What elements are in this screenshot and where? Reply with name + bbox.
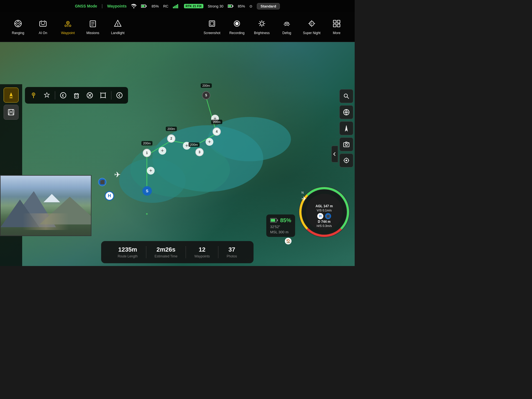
add-waypoint-btn[interactable] <box>27 89 40 102</box>
status-separator: | <box>102 4 103 9</box>
route-length-label: Route Length <box>118 254 138 258</box>
svg-point-99 <box>345 144 347 146</box>
wp-add-34[interactable]: + <box>206 138 213 146</box>
radio-icon: ⊙ <box>249 4 252 8</box>
camera-settings-btn[interactable] <box>339 137 353 151</box>
svg-point-101 <box>346 160 347 161</box>
back-btn[interactable] <box>113 89 126 102</box>
collapse-panel-button[interactable] <box>331 146 338 162</box>
svg-rect-9 <box>233 6 234 7</box>
screenshot-icon <box>208 19 216 29</box>
defog-icon <box>282 19 291 29</box>
map-container[interactable]: + + + + + 200m 1 200m 2 200m 3 200m 4 20… <box>0 42 355 266</box>
tool-missions[interactable]: Missions <box>80 17 105 37</box>
tool-ranging[interactable]: Ranging <box>6 17 30 37</box>
wp5-altitude: 200m <box>201 83 212 88</box>
estimated-time-label: Estimated Time <box>155 254 178 258</box>
compass-nav-btn[interactable] <box>339 121 353 135</box>
battery2-value: 85% <box>238 4 245 8</box>
delete-btn[interactable] <box>70 89 83 102</box>
svg-line-45 <box>264 21 264 22</box>
waypoint-5[interactable]: 200m 5 <box>202 91 210 99</box>
waypoints-label: Waypoints <box>194 254 210 258</box>
wp3-altitude: 200m <box>188 142 200 147</box>
cancel-btn[interactable] <box>83 89 96 102</box>
add-interest-btn[interactable] <box>40 89 53 102</box>
tool-super-night[interactable]: Super Night <box>299 17 324 37</box>
waypoint-1[interactable]: 200m 1 <box>143 149 151 157</box>
tool-defog[interactable]: Defog <box>274 17 299 37</box>
tool-landlight[interactable]: Landlight <box>105 17 130 37</box>
missions-label: Missions <box>86 31 99 35</box>
waypoint-label: Waypoint <box>61 31 75 35</box>
wp2-altitude: 200m <box>166 127 177 131</box>
waypoints-stat: 12 Waypoints <box>186 246 218 258</box>
svg-point-25 <box>65 25 66 27</box>
takeoff-button[interactable] <box>4 88 19 103</box>
estimated-time-value: 2m26s <box>157 246 176 253</box>
layers-btn[interactable] <box>339 105 353 119</box>
svg-point-12 <box>17 23 19 24</box>
svg-point-18 <box>41 22 42 24</box>
wp-add-s1[interactable]: + <box>147 167 155 175</box>
wp4-altitude: 200m <box>211 120 222 124</box>
wifi-icon <box>131 4 137 8</box>
svg-line-43 <box>260 21 260 22</box>
ranging-label: Ranging <box>12 31 24 35</box>
compass-inner: AGL 147 m V/S 0.1m/s H ⬛ D 744 m H/S 0.3… <box>306 194 342 230</box>
drone-marker[interactable]: ✈ <box>114 170 121 179</box>
waypoint-2[interactable]: 200m 2 <box>167 134 175 143</box>
svg-line-88 <box>105 93 106 93</box>
tool-waypoint[interactable]: Waypoint <box>55 17 80 37</box>
svg-line-87 <box>100 93 101 93</box>
svg-rect-107 <box>271 219 275 222</box>
svg-line-46 <box>260 25 260 26</box>
ranging-icon <box>14 19 22 29</box>
estimated-time-stat: 2m26s Estimated Time <box>146 246 186 258</box>
screenshot-label: Screenshot <box>204 31 221 35</box>
svg-rect-108 <box>277 219 278 221</box>
cost-btn[interactable]: € <box>57 89 70 102</box>
tool-ai-on[interactable]: AI On <box>30 17 55 37</box>
location-btn[interactable] <box>339 154 353 167</box>
battery-percent: 85% <box>280 217 291 224</box>
svg-rect-86 <box>101 93 105 98</box>
wp5-circle: 5 <box>202 91 210 99</box>
waypoint-4[interactable]: 200m 4 <box>213 127 221 136</box>
tool-recording[interactable]: Recording <box>224 17 249 37</box>
battery1-icon <box>141 4 147 8</box>
waypoints-value: 12 <box>199 246 205 253</box>
svg-point-38 <box>260 22 264 25</box>
search-btn[interactable] <box>339 89 353 103</box>
compass-indicator: N ✈ AGL 147 m V/S 0.1m/s H ⬛ D 744 m H/S… <box>299 187 349 237</box>
svg-point-24 <box>67 22 68 23</box>
svg-rect-34 <box>209 21 215 26</box>
focus-btn[interactable] <box>97 89 109 102</box>
compass-agl: AGL 147 m <box>316 204 333 208</box>
wp-add-icon: + <box>206 138 213 146</box>
compass-rec-icon: ⬛ <box>325 213 331 219</box>
waypoint-3[interactable]: 200m 3 <box>194 142 205 156</box>
start-marker[interactable]: S <box>142 186 152 196</box>
home-marker[interactable]: H <box>105 191 114 201</box>
recording-icon <box>232 19 241 29</box>
camera-preview <box>0 175 91 236</box>
tool-screenshot[interactable]: Screenshot <box>200 17 224 37</box>
recording-device-icon[interactable]: ⬛ <box>98 178 106 186</box>
landlight-label: Landlight <box>111 31 125 35</box>
svg-text:€: € <box>62 94 64 98</box>
svg-point-19 <box>44 22 45 24</box>
route-length-value: 1235m <box>118 246 137 253</box>
wp-add-12[interactable]: + <box>158 147 166 155</box>
gnss-mode: GNSS Mode <box>75 4 97 8</box>
stats-bar: 1235m Route Length 2m26s Estimated Time … <box>0 238 355 266</box>
snow-cap <box>44 194 60 202</box>
svg-line-90 <box>105 98 106 98</box>
standard-button[interactable]: Standard <box>257 3 280 9</box>
tool-more[interactable]: More <box>324 17 349 37</box>
wp-separator-2 <box>111 91 111 99</box>
save-button[interactable] <box>4 105 19 120</box>
svg-point-33 <box>117 25 118 26</box>
svg-rect-77 <box>75 94 78 98</box>
tool-brightness[interactable]: Brightness <box>249 17 274 37</box>
